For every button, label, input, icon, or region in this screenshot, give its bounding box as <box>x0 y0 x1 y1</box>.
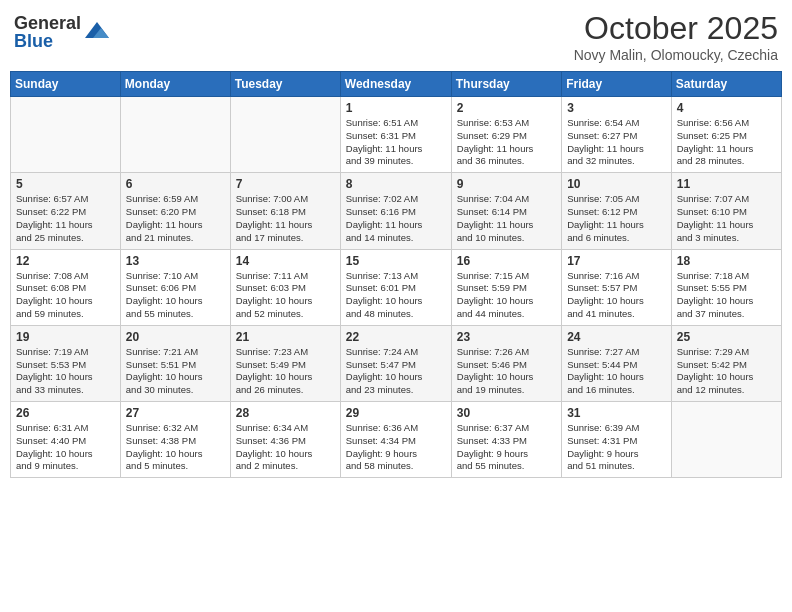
day-number: 8 <box>346 177 446 191</box>
day-info: Sunrise: 7:19 AM Sunset: 5:53 PM Dayligh… <box>16 346 115 397</box>
day-info: Sunrise: 6:31 AM Sunset: 4:40 PM Dayligh… <box>16 422 115 473</box>
calendar-cell: 25Sunrise: 7:29 AM Sunset: 5:42 PM Dayli… <box>671 325 781 401</box>
calendar-cell: 22Sunrise: 7:24 AM Sunset: 5:47 PM Dayli… <box>340 325 451 401</box>
day-number: 6 <box>126 177 225 191</box>
day-info: Sunrise: 7:04 AM Sunset: 6:14 PM Dayligh… <box>457 193 556 244</box>
day-number: 10 <box>567 177 666 191</box>
day-info: Sunrise: 6:56 AM Sunset: 6:25 PM Dayligh… <box>677 117 776 168</box>
weekday-header-friday: Friday <box>562 72 672 97</box>
day-info: Sunrise: 7:00 AM Sunset: 6:18 PM Dayligh… <box>236 193 335 244</box>
calendar-cell: 26Sunrise: 6:31 AM Sunset: 4:40 PM Dayli… <box>11 402 121 478</box>
calendar-cell: 12Sunrise: 7:08 AM Sunset: 6:08 PM Dayli… <box>11 249 121 325</box>
calendar-cell: 9Sunrise: 7:04 AM Sunset: 6:14 PM Daylig… <box>451 173 561 249</box>
day-info: Sunrise: 6:36 AM Sunset: 4:34 PM Dayligh… <box>346 422 446 473</box>
weekday-header-tuesday: Tuesday <box>230 72 340 97</box>
day-number: 29 <box>346 406 446 420</box>
day-info: Sunrise: 7:24 AM Sunset: 5:47 PM Dayligh… <box>346 346 446 397</box>
day-info: Sunrise: 7:08 AM Sunset: 6:08 PM Dayligh… <box>16 270 115 321</box>
calendar-cell: 14Sunrise: 7:11 AM Sunset: 6:03 PM Dayli… <box>230 249 340 325</box>
calendar-cell: 18Sunrise: 7:18 AM Sunset: 5:55 PM Dayli… <box>671 249 781 325</box>
weekday-header-sunday: Sunday <box>11 72 121 97</box>
weekday-header-row: SundayMondayTuesdayWednesdayThursdayFrid… <box>11 72 782 97</box>
calendar-cell: 1Sunrise: 6:51 AM Sunset: 6:31 PM Daylig… <box>340 97 451 173</box>
day-info: Sunrise: 7:02 AM Sunset: 6:16 PM Dayligh… <box>346 193 446 244</box>
calendar-cell: 10Sunrise: 7:05 AM Sunset: 6:12 PM Dayli… <box>562 173 672 249</box>
page-header: General Blue October 2025 Novy Malin, Ol… <box>10 10 782 63</box>
day-number: 28 <box>236 406 335 420</box>
day-info: Sunrise: 6:37 AM Sunset: 4:33 PM Dayligh… <box>457 422 556 473</box>
calendar-cell: 24Sunrise: 7:27 AM Sunset: 5:44 PM Dayli… <box>562 325 672 401</box>
day-info: Sunrise: 7:18 AM Sunset: 5:55 PM Dayligh… <box>677 270 776 321</box>
logo-general: General <box>14 14 81 32</box>
day-number: 11 <box>677 177 776 191</box>
day-info: Sunrise: 7:15 AM Sunset: 5:59 PM Dayligh… <box>457 270 556 321</box>
day-info: Sunrise: 7:13 AM Sunset: 6:01 PM Dayligh… <box>346 270 446 321</box>
calendar-week-row: 1Sunrise: 6:51 AM Sunset: 6:31 PM Daylig… <box>11 97 782 173</box>
day-number: 5 <box>16 177 115 191</box>
calendar-cell: 6Sunrise: 6:59 AM Sunset: 6:20 PM Daylig… <box>120 173 230 249</box>
calendar-cell: 20Sunrise: 7:21 AM Sunset: 5:51 PM Dayli… <box>120 325 230 401</box>
calendar-week-row: 5Sunrise: 6:57 AM Sunset: 6:22 PM Daylig… <box>11 173 782 249</box>
calendar-cell: 8Sunrise: 7:02 AM Sunset: 6:16 PM Daylig… <box>340 173 451 249</box>
calendar-cell <box>230 97 340 173</box>
day-info: Sunrise: 7:27 AM Sunset: 5:44 PM Dayligh… <box>567 346 666 397</box>
calendar-cell: 21Sunrise: 7:23 AM Sunset: 5:49 PM Dayli… <box>230 325 340 401</box>
day-number: 31 <box>567 406 666 420</box>
logo-blue: Blue <box>14 32 81 50</box>
calendar-cell: 16Sunrise: 7:15 AM Sunset: 5:59 PM Dayli… <box>451 249 561 325</box>
calendar-cell: 28Sunrise: 6:34 AM Sunset: 4:36 PM Dayli… <box>230 402 340 478</box>
day-number: 24 <box>567 330 666 344</box>
logo-icon <box>83 18 111 46</box>
day-info: Sunrise: 6:32 AM Sunset: 4:38 PM Dayligh… <box>126 422 225 473</box>
day-number: 15 <box>346 254 446 268</box>
day-number: 1 <box>346 101 446 115</box>
day-number: 23 <box>457 330 556 344</box>
calendar-cell: 2Sunrise: 6:53 AM Sunset: 6:29 PM Daylig… <box>451 97 561 173</box>
day-number: 16 <box>457 254 556 268</box>
calendar-cell: 5Sunrise: 6:57 AM Sunset: 6:22 PM Daylig… <box>11 173 121 249</box>
calendar-cell: 7Sunrise: 7:00 AM Sunset: 6:18 PM Daylig… <box>230 173 340 249</box>
day-info: Sunrise: 6:57 AM Sunset: 6:22 PM Dayligh… <box>16 193 115 244</box>
day-number: 2 <box>457 101 556 115</box>
day-info: Sunrise: 7:07 AM Sunset: 6:10 PM Dayligh… <box>677 193 776 244</box>
day-info: Sunrise: 6:39 AM Sunset: 4:31 PM Dayligh… <box>567 422 666 473</box>
logo: General Blue <box>14 14 111 50</box>
calendar-cell: 11Sunrise: 7:07 AM Sunset: 6:10 PM Dayli… <box>671 173 781 249</box>
calendar-table: SundayMondayTuesdayWednesdayThursdayFrid… <box>10 71 782 478</box>
calendar-cell: 4Sunrise: 6:56 AM Sunset: 6:25 PM Daylig… <box>671 97 781 173</box>
day-number: 22 <box>346 330 446 344</box>
day-number: 20 <box>126 330 225 344</box>
day-number: 25 <box>677 330 776 344</box>
calendar-cell: 17Sunrise: 7:16 AM Sunset: 5:57 PM Dayli… <box>562 249 672 325</box>
calendar-cell: 29Sunrise: 6:36 AM Sunset: 4:34 PM Dayli… <box>340 402 451 478</box>
day-number: 26 <box>16 406 115 420</box>
day-number: 19 <box>16 330 115 344</box>
day-info: Sunrise: 6:34 AM Sunset: 4:36 PM Dayligh… <box>236 422 335 473</box>
weekday-header-wednesday: Wednesday <box>340 72 451 97</box>
calendar-cell <box>11 97 121 173</box>
weekday-header-monday: Monday <box>120 72 230 97</box>
day-number: 7 <box>236 177 335 191</box>
calendar-cell: 3Sunrise: 6:54 AM Sunset: 6:27 PM Daylig… <box>562 97 672 173</box>
day-number: 13 <box>126 254 225 268</box>
day-info: Sunrise: 6:54 AM Sunset: 6:27 PM Dayligh… <box>567 117 666 168</box>
calendar-week-row: 19Sunrise: 7:19 AM Sunset: 5:53 PM Dayli… <box>11 325 782 401</box>
weekday-header-saturday: Saturday <box>671 72 781 97</box>
day-number: 17 <box>567 254 666 268</box>
calendar-cell <box>671 402 781 478</box>
calendar-cell: 15Sunrise: 7:13 AM Sunset: 6:01 PM Dayli… <box>340 249 451 325</box>
day-info: Sunrise: 7:05 AM Sunset: 6:12 PM Dayligh… <box>567 193 666 244</box>
weekday-header-thursday: Thursday <box>451 72 561 97</box>
day-number: 9 <box>457 177 556 191</box>
day-number: 14 <box>236 254 335 268</box>
calendar-cell <box>120 97 230 173</box>
day-info: Sunrise: 7:16 AM Sunset: 5:57 PM Dayligh… <box>567 270 666 321</box>
calendar-cell: 27Sunrise: 6:32 AM Sunset: 4:38 PM Dayli… <box>120 402 230 478</box>
calendar-cell: 31Sunrise: 6:39 AM Sunset: 4:31 PM Dayli… <box>562 402 672 478</box>
calendar-week-row: 26Sunrise: 6:31 AM Sunset: 4:40 PM Dayli… <box>11 402 782 478</box>
calendar-cell: 19Sunrise: 7:19 AM Sunset: 5:53 PM Dayli… <box>11 325 121 401</box>
calendar-cell: 13Sunrise: 7:10 AM Sunset: 6:06 PM Dayli… <box>120 249 230 325</box>
day-info: Sunrise: 7:23 AM Sunset: 5:49 PM Dayligh… <box>236 346 335 397</box>
title-block: October 2025 Novy Malin, Olomoucky, Czec… <box>574 10 778 63</box>
month-title: October 2025 <box>574 10 778 47</box>
